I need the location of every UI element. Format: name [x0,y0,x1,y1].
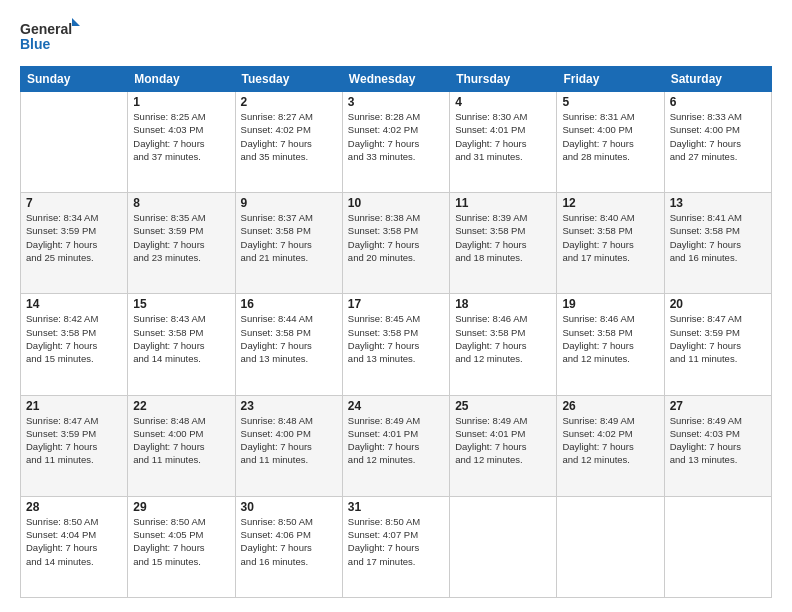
day-info: Sunrise: 8:38 AMSunset: 3:58 PMDaylight:… [348,211,444,264]
day-info: Sunrise: 8:34 AMSunset: 3:59 PMDaylight:… [26,211,122,264]
day-info: Sunrise: 8:31 AMSunset: 4:00 PMDaylight:… [562,110,658,163]
day-info: Sunrise: 8:49 AMSunset: 4:01 PMDaylight:… [348,414,444,467]
day-number: 28 [26,500,122,514]
day-number: 24 [348,399,444,413]
calendar-cell: 7Sunrise: 8:34 AMSunset: 3:59 PMDaylight… [21,193,128,294]
day-number: 6 [670,95,766,109]
calendar-cell: 30Sunrise: 8:50 AMSunset: 4:06 PMDayligh… [235,496,342,597]
day-info: Sunrise: 8:46 AMSunset: 3:58 PMDaylight:… [455,312,551,365]
day-number: 29 [133,500,229,514]
day-number: 14 [26,297,122,311]
calendar-cell: 24Sunrise: 8:49 AMSunset: 4:01 PMDayligh… [342,395,449,496]
day-number: 27 [670,399,766,413]
calendar-cell: 4Sunrise: 8:30 AMSunset: 4:01 PMDaylight… [450,92,557,193]
day-info: Sunrise: 8:41 AMSunset: 3:58 PMDaylight:… [670,211,766,264]
day-number: 22 [133,399,229,413]
day-number: 16 [241,297,337,311]
calendar-cell: 16Sunrise: 8:44 AMSunset: 3:58 PMDayligh… [235,294,342,395]
day-info: Sunrise: 8:25 AMSunset: 4:03 PMDaylight:… [133,110,229,163]
calendar-cell [21,92,128,193]
day-info: Sunrise: 8:39 AMSunset: 3:58 PMDaylight:… [455,211,551,264]
weekday-header-friday: Friday [557,67,664,92]
day-number: 2 [241,95,337,109]
calendar-cell: 11Sunrise: 8:39 AMSunset: 3:58 PMDayligh… [450,193,557,294]
calendar-cell: 8Sunrise: 8:35 AMSunset: 3:59 PMDaylight… [128,193,235,294]
day-number: 15 [133,297,229,311]
calendar-cell: 26Sunrise: 8:49 AMSunset: 4:02 PMDayligh… [557,395,664,496]
day-number: 1 [133,95,229,109]
day-info: Sunrise: 8:48 AMSunset: 4:00 PMDaylight:… [241,414,337,467]
day-number: 12 [562,196,658,210]
day-number: 9 [241,196,337,210]
day-info: Sunrise: 8:49 AMSunset: 4:02 PMDaylight:… [562,414,658,467]
day-number: 23 [241,399,337,413]
day-number: 5 [562,95,658,109]
day-info: Sunrise: 8:49 AMSunset: 4:03 PMDaylight:… [670,414,766,467]
day-info: Sunrise: 8:35 AMSunset: 3:59 PMDaylight:… [133,211,229,264]
day-info: Sunrise: 8:42 AMSunset: 3:58 PMDaylight:… [26,312,122,365]
calendar-cell: 13Sunrise: 8:41 AMSunset: 3:58 PMDayligh… [664,193,771,294]
weekday-header-thursday: Thursday [450,67,557,92]
day-number: 26 [562,399,658,413]
calendar-cell: 28Sunrise: 8:50 AMSunset: 4:04 PMDayligh… [21,496,128,597]
calendar-cell: 20Sunrise: 8:47 AMSunset: 3:59 PMDayligh… [664,294,771,395]
calendar-cell: 27Sunrise: 8:49 AMSunset: 4:03 PMDayligh… [664,395,771,496]
day-info: Sunrise: 8:49 AMSunset: 4:01 PMDaylight:… [455,414,551,467]
day-info: Sunrise: 8:47 AMSunset: 3:59 PMDaylight:… [26,414,122,467]
logo: General Blue [20,18,80,56]
day-info: Sunrise: 8:43 AMSunset: 3:58 PMDaylight:… [133,312,229,365]
day-info: Sunrise: 8:46 AMSunset: 3:58 PMDaylight:… [562,312,658,365]
calendar-cell: 5Sunrise: 8:31 AMSunset: 4:00 PMDaylight… [557,92,664,193]
day-info: Sunrise: 8:50 AMSunset: 4:04 PMDaylight:… [26,515,122,568]
day-number: 19 [562,297,658,311]
calendar-cell: 3Sunrise: 8:28 AMSunset: 4:02 PMDaylight… [342,92,449,193]
day-info: Sunrise: 8:27 AMSunset: 4:02 PMDaylight:… [241,110,337,163]
weekday-header-tuesday: Tuesday [235,67,342,92]
calendar-cell: 10Sunrise: 8:38 AMSunset: 3:58 PMDayligh… [342,193,449,294]
calendar-cell: 21Sunrise: 8:47 AMSunset: 3:59 PMDayligh… [21,395,128,496]
day-number: 7 [26,196,122,210]
calendar-cell [664,496,771,597]
calendar-cell: 14Sunrise: 8:42 AMSunset: 3:58 PMDayligh… [21,294,128,395]
weekday-header-sunday: Sunday [21,67,128,92]
weekday-header-monday: Monday [128,67,235,92]
day-info: Sunrise: 8:28 AMSunset: 4:02 PMDaylight:… [348,110,444,163]
day-info: Sunrise: 8:48 AMSunset: 4:00 PMDaylight:… [133,414,229,467]
calendar-table: SundayMondayTuesdayWednesdayThursdayFrid… [20,66,772,598]
calendar-cell: 1Sunrise: 8:25 AMSunset: 4:03 PMDaylight… [128,92,235,193]
calendar-cell: 31Sunrise: 8:50 AMSunset: 4:07 PMDayligh… [342,496,449,597]
calendar-cell: 17Sunrise: 8:45 AMSunset: 3:58 PMDayligh… [342,294,449,395]
day-info: Sunrise: 8:37 AMSunset: 3:58 PMDaylight:… [241,211,337,264]
calendar-cell: 12Sunrise: 8:40 AMSunset: 3:58 PMDayligh… [557,193,664,294]
day-number: 8 [133,196,229,210]
calendar-cell [450,496,557,597]
svg-marker-2 [72,18,80,26]
calendar-cell: 9Sunrise: 8:37 AMSunset: 3:58 PMDaylight… [235,193,342,294]
calendar-cell: 29Sunrise: 8:50 AMSunset: 4:05 PMDayligh… [128,496,235,597]
day-info: Sunrise: 8:50 AMSunset: 4:07 PMDaylight:… [348,515,444,568]
day-info: Sunrise: 8:44 AMSunset: 3:58 PMDaylight:… [241,312,337,365]
calendar-cell: 15Sunrise: 8:43 AMSunset: 3:58 PMDayligh… [128,294,235,395]
day-info: Sunrise: 8:40 AMSunset: 3:58 PMDaylight:… [562,211,658,264]
weekday-header-wednesday: Wednesday [342,67,449,92]
day-number: 30 [241,500,337,514]
calendar-cell: 18Sunrise: 8:46 AMSunset: 3:58 PMDayligh… [450,294,557,395]
day-number: 11 [455,196,551,210]
day-info: Sunrise: 8:45 AMSunset: 3:58 PMDaylight:… [348,312,444,365]
calendar-cell: 23Sunrise: 8:48 AMSunset: 4:00 PMDayligh… [235,395,342,496]
day-number: 31 [348,500,444,514]
calendar-cell: 22Sunrise: 8:48 AMSunset: 4:00 PMDayligh… [128,395,235,496]
day-number: 20 [670,297,766,311]
day-info: Sunrise: 8:50 AMSunset: 4:06 PMDaylight:… [241,515,337,568]
day-info: Sunrise: 8:50 AMSunset: 4:05 PMDaylight:… [133,515,229,568]
day-info: Sunrise: 8:33 AMSunset: 4:00 PMDaylight:… [670,110,766,163]
day-number: 18 [455,297,551,311]
day-number: 25 [455,399,551,413]
day-number: 4 [455,95,551,109]
weekday-header-saturday: Saturday [664,67,771,92]
day-number: 10 [348,196,444,210]
day-number: 3 [348,95,444,109]
day-number: 17 [348,297,444,311]
calendar-cell: 25Sunrise: 8:49 AMSunset: 4:01 PMDayligh… [450,395,557,496]
calendar-cell [557,496,664,597]
